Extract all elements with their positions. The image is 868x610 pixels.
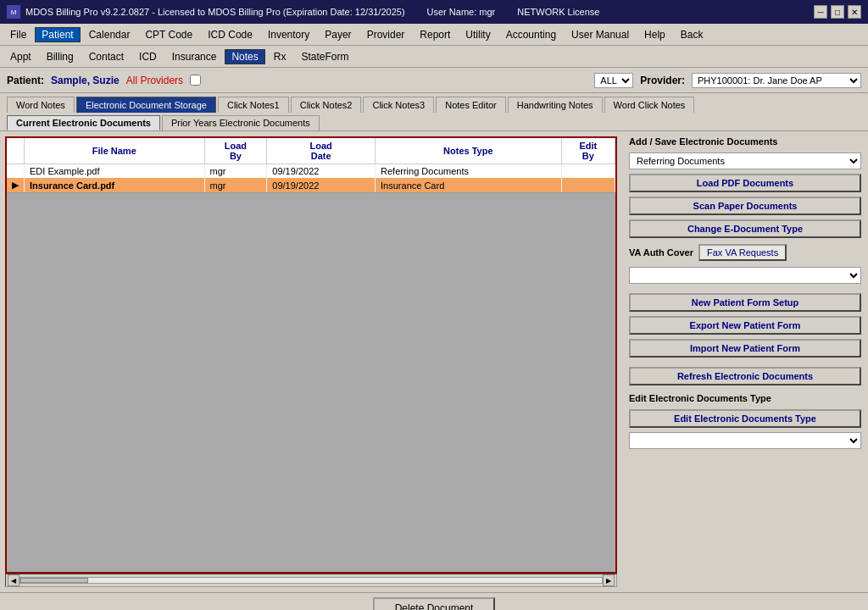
fax-va-button[interactable]: Fax VA Requests <box>698 244 787 261</box>
import-new-patient-form-button[interactable]: Import New Patient Form <box>629 339 861 358</box>
user-label: User Name: mgr <box>427 7 496 17</box>
provider-label: Provider: <box>640 75 685 86</box>
sub-menu-billing[interactable]: Billing <box>40 49 81 64</box>
document-type-dropdown[interactable]: Referring Documents <box>629 152 861 169</box>
col-file-name[interactable]: File Name <box>25 138 205 164</box>
patient-label: Patient: <box>7 75 44 86</box>
close-button[interactable]: ✕ <box>848 5 861 19</box>
window-controls: ─ □ ✕ <box>814 5 861 19</box>
menu-cpt-code[interactable]: CPT Code <box>138 27 199 42</box>
sub-tab-current-docs[interactable]: Current Electronic Documents <box>7 115 160 130</box>
minimize-button[interactable]: ─ <box>814 5 827 19</box>
menu-help[interactable]: Help <box>637 27 672 42</box>
tab-click-notes1[interactable]: Click Notes1 <box>218 97 289 113</box>
tab-word-notes[interactable]: Word Notes <box>7 97 75 113</box>
row-load-by: mgr <box>204 164 267 179</box>
col-edit-by[interactable]: EditBy <box>561 138 615 164</box>
sub-menu-rx[interactable]: Rx <box>267 49 293 64</box>
va-auth-dropdown[interactable] <box>629 267 861 284</box>
menu-calendar[interactable]: Calendar <box>82 27 137 42</box>
tab-row: Word Notes Electronic Document Storage C… <box>7 97 861 113</box>
document-table: File Name LoadBy LoadDate Notes Type Edi… <box>7 138 615 192</box>
all-providers-checkbox[interactable] <box>190 75 201 86</box>
row-notes-type: Referring Documents <box>376 164 562 179</box>
scroll-left-arrow[interactable]: ◀ <box>8 574 19 586</box>
sub-tabs-area: Current Electronic Documents Prior Years… <box>0 113 868 131</box>
row-notes-type: Insurance Card <box>376 178 562 192</box>
tab-handwriting-notes[interactable]: Handwriting Notes <box>508 97 603 113</box>
row-edit-by <box>561 164 615 179</box>
all-providers-label: All Providers <box>126 75 183 86</box>
bottom-bar: Delete Document <box>0 592 868 610</box>
patient-name: Sample, Suzie <box>51 75 120 86</box>
table-row[interactable]: EDI Example.pdf mgr 09/19/2022 Referring… <box>7 164 615 179</box>
row-indicator <box>7 164 25 179</box>
row-load-by: mgr <box>204 178 267 192</box>
row-file-name: EDI Example.pdf <box>25 164 205 179</box>
col-indicator <box>7 138 25 164</box>
menu-patient[interactable]: Patient <box>35 27 80 42</box>
tab-word-click-notes[interactable]: Word Click Notes <box>604 97 695 113</box>
menu-user-manual[interactable]: User Manual <box>565 27 636 42</box>
app-icon: M <box>7 5 20 19</box>
sub-menu-bar: Appt Billing Contact ICD Insurance Notes… <box>0 46 868 68</box>
va-auth-row: VA Auth Cover Fax VA Requests <box>629 244 861 261</box>
refresh-electronic-documents-button[interactable]: Refresh Electronic Documents <box>629 367 861 385</box>
menu-back[interactable]: Back <box>674 27 710 42</box>
row-edit-by <box>561 178 615 192</box>
new-patient-form-setup-button[interactable]: New Patient Form Setup <box>629 293 861 312</box>
patient-bar: Patient: Sample, Suzie All Providers ALL… <box>0 68 868 93</box>
left-panel: File Name LoadBy LoadDate Notes Type Edi… <box>0 131 622 592</box>
scrollbar-track[interactable] <box>19 577 603 584</box>
table-row[interactable]: ▶ Insurance Card.pdf mgr 09/19/2022 Insu… <box>7 178 615 192</box>
va-auth-label: VA Auth Cover <box>629 247 693 258</box>
scan-paper-button[interactable]: Scan Paper Documents <box>629 197 861 215</box>
menu-icd-code[interactable]: ICD Code <box>201 27 259 42</box>
sub-tab-prior-years[interactable]: Prior Years Electronic Documents <box>162 115 320 130</box>
license-label: NETWORK License <box>517 7 599 17</box>
menu-provider[interactable]: Provider <box>360 27 412 42</box>
restore-button[interactable]: □ <box>831 5 844 19</box>
menu-accounting[interactable]: Accounting <box>499 27 563 42</box>
sub-menu-contact[interactable]: Contact <box>82 49 131 64</box>
provider-dropdown[interactable]: PHY100001: Dr. Jane Doe AP <box>692 73 861 88</box>
menu-file[interactable]: File <box>3 27 33 42</box>
row-indicator: ▶ <box>7 178 25 192</box>
menu-utility[interactable]: Utility <box>459 27 497 42</box>
export-new-patient-form-button[interactable]: Export New Patient Form <box>629 316 861 335</box>
tabs-area: Word Notes Electronic Document Storage C… <box>0 93 868 113</box>
menu-inventory[interactable]: Inventory <box>261 27 316 42</box>
col-load-by[interactable]: LoadBy <box>204 138 267 164</box>
sub-tab-row: Current Electronic Documents Prior Years… <box>7 115 861 130</box>
scroll-right-arrow[interactable]: ▶ <box>603 574 615 586</box>
tab-notes-editor[interactable]: Notes Editor <box>436 97 506 113</box>
title-text: MDOS Billing Pro v9.2.2.0827 - Licensed … <box>25 7 405 17</box>
scrollbar-thumb[interactable] <box>20 578 88 583</box>
title-bar: M MDOS Billing Pro v9.2.2.0827 - License… <box>0 0 868 24</box>
row-load-date: 09/19/2022 <box>267 164 376 179</box>
tab-click-notes3[interactable]: Click Notes3 <box>363 97 434 113</box>
row-load-date: 09/19/2022 <box>267 178 376 192</box>
delete-document-button[interactable]: Delete Document <box>373 597 496 611</box>
sub-menu-appt[interactable]: Appt <box>3 49 38 64</box>
sub-menu-state-form[interactable]: StateForm <box>294 49 355 64</box>
menu-payer[interactable]: Payer <box>318 27 358 42</box>
tab-click-notes2[interactable]: Click Notes2 <box>291 97 362 113</box>
sub-menu-icd[interactable]: ICD <box>132 49 164 64</box>
menu-bar: File Patient Calendar CPT Code ICD Code … <box>0 24 868 46</box>
main-content: File Name LoadBy LoadDate Notes Type Edi… <box>0 131 868 592</box>
row-file-name: Insurance Card.pdf <box>25 178 205 192</box>
load-pdf-button[interactable]: Load PDF Documents <box>629 174 861 192</box>
add-save-label: Add / Save Electronic Documents <box>629 136 861 147</box>
edit-doc-type-dropdown[interactable] <box>629 432 861 449</box>
tab-electronic-document-storage[interactable]: Electronic Document Storage <box>76 97 216 113</box>
col-load-date[interactable]: LoadDate <box>267 138 376 164</box>
horizontal-scrollbar[interactable]: ◀ ▶ <box>5 574 617 587</box>
all-filter-dropdown[interactable]: ALL <box>594 73 633 88</box>
sub-menu-notes[interactable]: Notes <box>225 49 264 64</box>
menu-report[interactable]: Report <box>413 27 457 42</box>
change-type-button[interactable]: Change E-Document Type <box>629 219 861 238</box>
sub-menu-insurance[interactable]: Insurance <box>165 49 224 64</box>
edit-electronic-documents-type-button[interactable]: Edit Electronic Documents Type <box>629 409 861 428</box>
col-notes-type[interactable]: Notes Type <box>376 138 562 164</box>
